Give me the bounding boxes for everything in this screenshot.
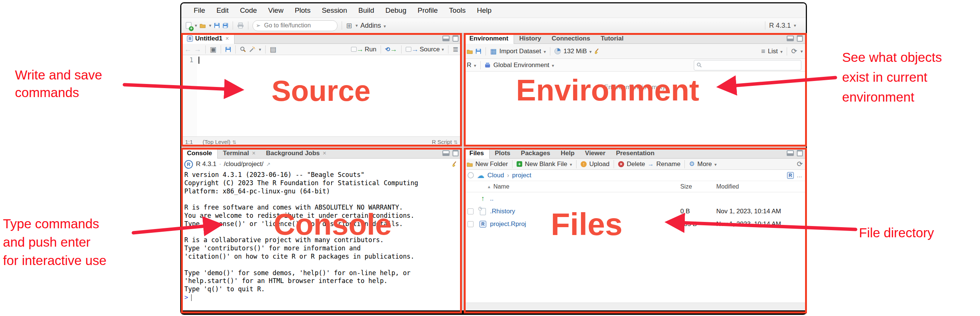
minimize-pane-icon[interactable] (787, 150, 794, 156)
save-icon[interactable] (225, 46, 231, 53)
tab-untitled1[interactable]: Untitled1 × (181, 34, 234, 44)
chevron-down-icon[interactable]: ▾ (209, 23, 211, 28)
minimize-pane-icon[interactable] (442, 36, 450, 41)
open-directory-icon[interactable]: ↗ (266, 161, 270, 167)
menu-item[interactable]: Edit (211, 6, 234, 14)
menu-item[interactable]: Code (234, 6, 262, 14)
language-selector[interactable]: R ▾ (467, 61, 476, 69)
compile-report-icon[interactable]: ▤ (270, 46, 277, 53)
environment-selector[interactable]: Global Environment ▾ (493, 61, 554, 69)
find-icon[interactable] (240, 46, 246, 53)
file-name-link[interactable]: .Rhistory (490, 207, 515, 215)
chevron-down-icon[interactable]: ▾ (355, 23, 358, 28)
close-icon[interactable]: × (323, 150, 326, 157)
file-name-link[interactable]: project.Rproj (490, 220, 526, 228)
maximize-pane-icon[interactable] (453, 35, 458, 41)
files-toolbar: New Folder + New Blank File ▾ ↑ Upload ×… (464, 158, 806, 170)
tab[interactable]: Environment (464, 34, 514, 44)
environment-search-input[interactable] (694, 60, 801, 70)
menu-item[interactable]: Build (353, 6, 380, 14)
clear-objects-broom-icon[interactable] (594, 48, 601, 55)
checkbox[interactable] (468, 208, 474, 214)
column-size[interactable]: Size (680, 183, 692, 190)
file-type-selector[interactable]: R Script (432, 139, 458, 145)
memory-usage-button[interactable]: 132 MiB ▾ (563, 48, 592, 55)
more-button[interactable]: More ▾ (698, 160, 717, 168)
tab[interactable]: Console (181, 148, 218, 158)
maximize-pane-icon[interactable] (797, 35, 803, 41)
minimize-pane-icon[interactable] (442, 150, 450, 156)
tab[interactable]: Packages (515, 148, 555, 158)
menu-item[interactable]: Help (471, 6, 497, 14)
new-blank-file-button[interactable]: New Blank File ▾ (525, 160, 572, 168)
maximize-pane-icon[interactable] (453, 150, 458, 156)
menu-item[interactable]: View (262, 6, 289, 14)
run-button[interactable]: → Run (351, 45, 377, 54)
close-icon[interactable]: × (252, 150, 256, 157)
open-in-window-icon[interactable]: ▣ (210, 46, 216, 53)
table-row[interactable]: .Rhistory 0 B Nov 1, 2023, 10:14 AM (464, 205, 806, 218)
menu-item[interactable]: Session (316, 6, 353, 14)
breadcrumb-current[interactable]: project (512, 172, 531, 179)
minimize-pane-icon[interactable] (787, 36, 794, 41)
open-folder-icon[interactable] (200, 22, 206, 29)
chevron-down-icon[interactable]: ▾ (195, 23, 197, 28)
menu-item[interactable]: File (188, 6, 211, 14)
table-row[interactable]: .. (464, 192, 806, 205)
menu-item[interactable]: Profile (412, 6, 444, 14)
clear-console-broom-icon[interactable] (452, 161, 458, 168)
horizontal-scrollbar[interactable] (464, 303, 806, 310)
column-modified[interactable]: Modified (716, 183, 739, 190)
project-menu[interactable]: R 4.3.1▾ (764, 21, 801, 30)
chevron-down-icon[interactable]: ▾ (259, 47, 261, 52)
back-icon[interactable]: ← (184, 46, 191, 53)
column-name[interactable]: ▲Name (487, 183, 509, 190)
working-directory[interactable]: /cloud/project/ (224, 160, 263, 168)
table-row[interactable]: project.Rproj 205 B Nov 1, 2023, 10:14 A… (464, 218, 806, 231)
checkbox[interactable] (468, 221, 474, 227)
tab[interactable]: Terminal× (218, 148, 261, 158)
list-view-button[interactable]: List ▾ (768, 48, 783, 55)
save-all-icon[interactable] (223, 22, 229, 29)
rename-button[interactable]: Rename (656, 160, 680, 168)
save-workspace-icon[interactable] (476, 48, 481, 54)
goto-file-input[interactable] (253, 20, 337, 31)
r-version: R 4.3.1 (196, 160, 216, 168)
tab[interactable]: Background Jobs× (261, 148, 331, 158)
new-file-icon[interactable] (186, 22, 191, 29)
tab[interactable]: Viewer (580, 148, 611, 158)
addins-menu[interactable]: Addins ▾ (360, 22, 386, 30)
source-button[interactable]: → Source▾ (406, 45, 444, 54)
tab[interactable]: Tutorial (595, 34, 628, 43)
forward-icon[interactable]: → (194, 46, 201, 53)
tab[interactable]: Plots (490, 148, 516, 158)
file-name-link[interactable]: .. (490, 195, 493, 203)
menu-item[interactable]: Debug (380, 6, 412, 14)
delete-button[interactable]: Delete (627, 160, 645, 168)
tab[interactable]: Help (555, 148, 580, 158)
breadcrumb-ellipsis[interactable]: ... (797, 172, 802, 179)
menu-item[interactable]: Plots (289, 6, 316, 14)
menu-item[interactable]: Tools (444, 6, 471, 14)
document-outline-icon[interactable]: ≣ (453, 46, 458, 53)
breadcrumb-root[interactable]: Cloud (487, 172, 504, 179)
close-icon[interactable]: × (226, 35, 229, 42)
refresh-icon[interactable]: ⟳ (797, 160, 803, 168)
tab[interactable]: Files (464, 148, 490, 158)
upload-button[interactable]: Upload (589, 160, 609, 168)
code-tools-wand-icon[interactable] (249, 46, 256, 53)
new-folder-button[interactable]: New Folder (476, 160, 508, 168)
scope-selector[interactable]: (Top Level) (203, 139, 236, 145)
load-workspace-icon[interactable] (467, 48, 473, 54)
panes-grid-icon[interactable]: ⊞ (346, 22, 352, 29)
maximize-pane-icon[interactable] (797, 150, 803, 156)
save-icon[interactable] (214, 22, 220, 29)
print-icon[interactable] (237, 22, 244, 29)
rerun-button[interactable]: ⟲→ (385, 45, 397, 54)
tab[interactable]: History (514, 34, 547, 43)
tab[interactable]: Connections (546, 34, 595, 43)
import-dataset-button[interactable]: Import Dataset ▾ (500, 48, 546, 55)
refresh-icon[interactable]: ⟳ (791, 48, 797, 55)
tab[interactable]: Presentation (611, 148, 660, 158)
annotation-label-source: Source (272, 74, 371, 108)
